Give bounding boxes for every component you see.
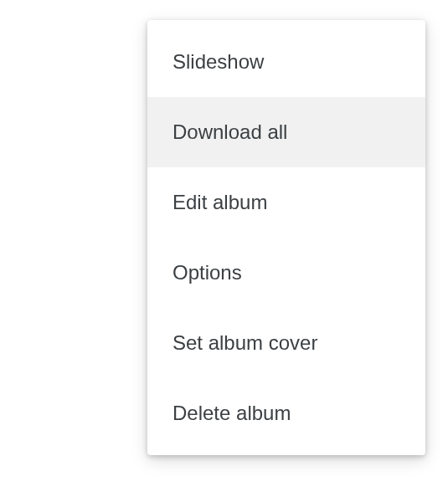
menu-item-label: Options	[173, 261, 242, 284]
menu-item-label: Edit album	[173, 191, 267, 214]
context-menu: Slideshow Download all Edit album Option…	[147, 20, 425, 455]
menu-item-slideshow[interactable]: Slideshow	[147, 27, 425, 97]
menu-item-options[interactable]: Options	[147, 238, 425, 308]
menu-item-delete-album[interactable]: Delete album	[147, 378, 425, 448]
menu-item-edit-album[interactable]: Edit album	[147, 167, 425, 238]
menu-item-download-all[interactable]: Download all	[147, 97, 425, 167]
menu-item-label: Download all	[173, 120, 287, 144]
menu-item-label: Set album cover	[173, 331, 317, 355]
menu-item-set-album-cover[interactable]: Set album cover	[147, 308, 425, 378]
menu-item-label: Slideshow	[173, 50, 264, 74]
menu-item-label: Delete album	[173, 402, 291, 425]
